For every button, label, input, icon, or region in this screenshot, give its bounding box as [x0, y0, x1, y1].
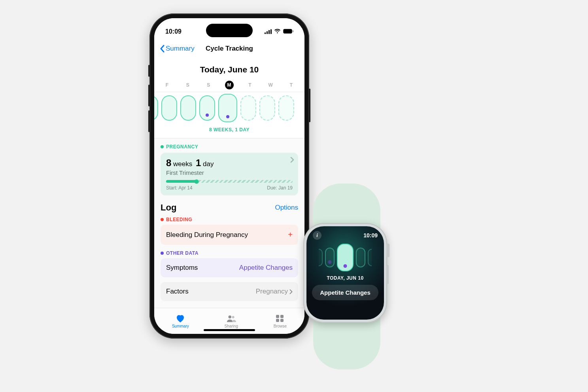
options-link[interactable]: Options [275, 204, 298, 212]
symptoms-row[interactable]: Symptoms Appetite Changes [161, 258, 298, 277]
dynamic-island [206, 24, 253, 37]
iphone-mute-switch [148, 65, 150, 77]
bleeding-row-label: Bleeding During Pregnancy [166, 231, 248, 239]
tab-browse[interactable]: Browse [274, 314, 287, 328]
svg-rect-7 [276, 319, 279, 322]
pregnancy-card[interactable]: 8 weeks 1 day First Trimester Start: Apr… [161, 153, 298, 195]
gestation-label: 8 WEEKS, 1 DAY [154, 125, 304, 138]
watch-time: 10:09 [363, 232, 378, 239]
weekday-s2[interactable]: S [204, 81, 213, 89]
start-date-label: Start: Apr 14 [166, 185, 193, 191]
watch-date-label: TODAY, JUN 10 [306, 275, 384, 281]
svg-rect-5 [276, 315, 279, 318]
weekday-m-current[interactable]: M [225, 81, 234, 89]
back-button[interactable]: Summary [160, 45, 195, 53]
weeks-number: 8 [166, 157, 171, 168]
dot-icon [161, 218, 164, 221]
watch-pill [319, 249, 323, 266]
chevron-right-icon [289, 289, 293, 294]
log-dot-icon [206, 114, 209, 117]
watch-pill [325, 248, 335, 267]
pregnancy-progress [166, 180, 293, 183]
digital-crown [386, 244, 389, 257]
chevron-left-icon [160, 45, 164, 53]
svg-point-4 [232, 316, 234, 318]
weekday-row: F S S M T W T [154, 81, 304, 92]
watch-cycle-pills[interactable] [306, 244, 384, 271]
cycle-day-pill[interactable] [161, 95, 177, 121]
weekday-f[interactable]: F [163, 81, 172, 89]
cycle-day-pill[interactable] [154, 95, 158, 121]
svg-rect-2 [293, 30, 293, 32]
pregnancy-section-label: PREGNANCY [161, 144, 298, 150]
trimester-label: First Trimester [166, 169, 293, 176]
cellular-signal-icon [265, 29, 272, 34]
svg-point-3 [228, 315, 231, 318]
watch-side-button [387, 265, 389, 284]
due-date-label: Due: Jan 19 [267, 185, 293, 191]
symptoms-value: Appetite Changes [239, 264, 293, 272]
weekday-s[interactable]: S [183, 81, 192, 89]
iphone-device: 10:09 Summary Cycle Tracking [149, 13, 309, 339]
watch-symptom-chip[interactable]: Appetite Changes [312, 285, 378, 300]
svg-rect-6 [280, 315, 284, 318]
weeks-unit: weeks [173, 160, 192, 168]
tab-sharing[interactable]: Sharing [224, 314, 238, 328]
grid-icon [275, 314, 285, 323]
cycle-day-pill-current[interactable] [218, 94, 237, 122]
watch-screen: i 10:09 TODAY, JUN 10 Appetite Changes [306, 226, 384, 320]
date-heading: Today, June 10 [154, 58, 304, 78]
iphone-screen: 10:09 Summary Cycle Tracking [154, 18, 304, 334]
apple-watch-device: i 10:09 TODAY, JUN 10 Appetite Changes [303, 223, 387, 323]
log-dot-icon [226, 115, 229, 118]
symptoms-label: Symptoms [166, 264, 198, 272]
iphone-power-button [309, 89, 310, 122]
other-data-section-label: OTHER DATA [154, 245, 304, 256]
log-dot-icon [344, 264, 347, 268]
home-indicator[interactable] [204, 329, 255, 331]
cycle-pill-row[interactable] [154, 92, 304, 125]
chevron-right-icon [290, 157, 294, 165]
tab-summary[interactable]: Summary [172, 314, 189, 328]
watch-pill [368, 249, 372, 266]
svg-rect-1 [284, 30, 291, 33]
factors-label: Factors [166, 288, 189, 295]
weekday-t2[interactable]: T [287, 81, 296, 89]
iphone-volume-down [148, 110, 150, 132]
content-scroll[interactable]: Today, June 10 F S S M T W T [154, 58, 304, 308]
svg-rect-8 [280, 319, 284, 322]
bleeding-row[interactable]: Bleeding During Pregnancy + [161, 225, 298, 245]
cycle-day-pill-future[interactable] [240, 95, 256, 121]
cycle-day-pill-future[interactable] [259, 95, 275, 121]
weekday-w[interactable]: W [267, 81, 275, 89]
weekday-t[interactable]: T [246, 81, 254, 89]
iphone-volume-up [148, 85, 150, 106]
watch-pill [356, 248, 365, 267]
cycle-day-pill[interactable] [199, 95, 215, 121]
log-heading: Log [161, 203, 176, 213]
battery-icon [283, 28, 293, 35]
back-label: Summary [166, 45, 195, 53]
factors-value: Pregnancy [256, 288, 288, 295]
cycle-day-pill[interactable] [180, 95, 196, 121]
info-icon[interactable]: i [313, 231, 321, 240]
wifi-icon [274, 28, 281, 35]
add-button[interactable]: + [288, 230, 293, 239]
dot-icon [161, 145, 164, 148]
cycle-day-pill-future[interactable] [278, 95, 294, 121]
nav-bar: Summary Cycle Tracking [154, 40, 304, 58]
dot-icon [161, 252, 164, 255]
current-day-indicator [154, 78, 304, 81]
watch-pill-current [337, 244, 354, 271]
factors-row[interactable]: Factors Pregnancy [161, 282, 298, 301]
nav-title: Cycle Tracking [206, 45, 253, 53]
people-icon [226, 314, 236, 323]
log-dot-icon [328, 260, 332, 264]
days-unit: day [203, 160, 214, 168]
status-time: 10:09 [165, 28, 182, 35]
bleeding-section-label: BLEEDING [154, 215, 304, 222]
days-number: 1 [196, 157, 201, 168]
heart-icon [175, 314, 185, 323]
